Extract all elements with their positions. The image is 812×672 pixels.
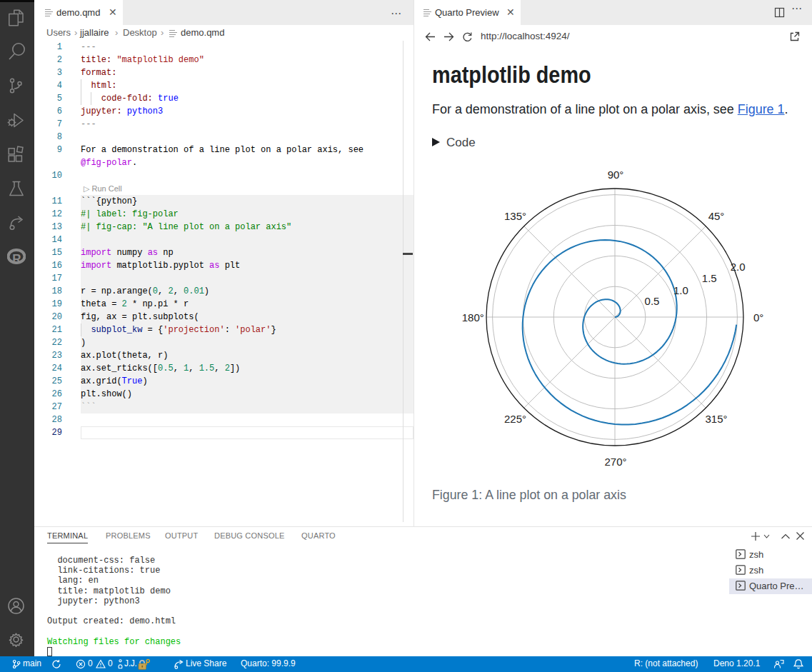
svg-text:1.0: 1.0: [673, 284, 688, 296]
svg-text:180°: 180°: [462, 311, 484, 324]
svg-text:270°: 270°: [604, 456, 626, 468]
svg-text:315°: 315°: [705, 413, 727, 425]
svg-text:45°: 45°: [708, 210, 725, 222]
svg-text:135°: 135°: [504, 210, 526, 222]
svg-text:90°: 90°: [608, 169, 624, 181]
svg-text:0.5: 0.5: [645, 295, 660, 307]
svg-text:0°: 0°: [753, 311, 763, 324]
svg-text:2.0: 2.0: [731, 261, 746, 273]
svg-text:1.5: 1.5: [702, 272, 717, 284]
svg-text:225°: 225°: [504, 413, 526, 425]
